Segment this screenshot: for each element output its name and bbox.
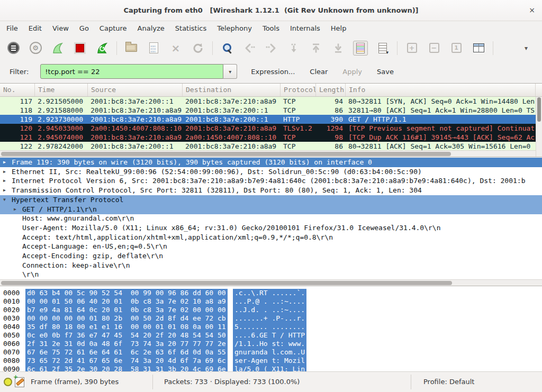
hex-row[interactable]: 007067 6e 75 72 61 6e 64 61 6c 2e 63 6f … (0, 348, 542, 357)
hex-row[interactable]: 004035 df 80 18 00 e1 e1 16 00 00 01 01 … (0, 323, 542, 331)
menu-view[interactable]: View (47, 21, 74, 36)
go-forward-button[interactable] (264, 41, 279, 56)
scrollbar-thumb[interactable] (1, 281, 452, 285)
cell-time: 2.923730000 (35, 115, 88, 124)
column-header-time[interactable]: Time (35, 84, 88, 96)
filter-dropdown-button[interactable]: ▾ (223, 64, 237, 79)
column-header-no[interactable]: No. (0, 84, 35, 96)
detail-row[interactable]: User-Agent: Mozilla/5.0 (X11; Linux x86_… (0, 223, 542, 233)
filter-input[interactable] (40, 64, 223, 79)
detail-row[interactable]: Host: www.gnurandal.com\r\n (0, 214, 542, 223)
zoom-normal-button[interactable]: 1 (449, 41, 464, 56)
detail-row[interactable]: ▶GET / HTTP/1.1\r\n (0, 205, 542, 214)
go-back-button[interactable] (242, 41, 257, 56)
detail-row[interactable]: Accept: text/html,application/xhtml+xml,… (0, 233, 542, 242)
hex-row[interactable]: 008073 65 72 2d 41 67 65 6e 74 3a 20 4d … (0, 357, 542, 365)
capture-restart-button[interactable] (95, 41, 110, 56)
column-header-destination[interactable]: Destination (183, 84, 281, 96)
auto-scroll-button[interactable]: ▾ (375, 41, 390, 56)
menu-analyze[interactable]: Analyze (132, 21, 170, 36)
open-file-button[interactable] (124, 41, 139, 56)
clear-button[interactable]: Clear (309, 68, 329, 76)
packet-row-122[interactable]: 1222.9782420002001:bc8:3a7e:200::12001:b… (0, 142, 536, 151)
detail-row[interactable]: Accept-Language: en-US,en;q=0.5\r\n (0, 242, 542, 251)
detail-row[interactable]: ▶Internet Protocol Version 6, Src: 2001:… (0, 176, 542, 186)
hex-row[interactable]: 00500c e0 0b f7 36 e7 47 45 54 20 2f 20 … (0, 331, 542, 340)
go-to-top-button[interactable] (309, 41, 323, 56)
capture-options-button[interactable]: ⚙ (28, 41, 43, 56)
column-header-info[interactable]: Info (346, 84, 536, 96)
expand-toggle-icon[interactable]: ▶ (3, 158, 6, 167)
colorize-icon (356, 43, 365, 53)
expand-toggle-icon[interactable]: ▶ (3, 176, 6, 186)
scrollbar-thumb[interactable] (537, 97, 541, 122)
menu-internals[interactable]: Internals (285, 21, 326, 36)
hex-ascii: 5....... ........ (233, 323, 306, 331)
zoom-out-icon: − (429, 43, 439, 53)
detail-row[interactable]: Connection: keep-alive\r\n (0, 261, 542, 270)
zoom-out-button[interactable]: − (427, 41, 441, 56)
capture-comment-icon[interactable] (15, 377, 24, 387)
resize-columns-button[interactable] (471, 41, 486, 56)
hex-bytes: 35 df 80 18 00 e1 e1 16 00 00 01 01 08 0… (25, 323, 228, 331)
save-file-button[interactable] (146, 41, 161, 56)
expand-toggle-icon[interactable]: ▶ (14, 205, 16, 214)
toolbar-overflow-button[interactable]: ▾ (519, 41, 534, 56)
cell-length: 98 (316, 133, 346, 142)
detail-row[interactable]: Accept-Encoding: gzip, deflate\r\n (0, 251, 542, 261)
hex-row[interactable]: 003000 00 00 00 00 01 80 2b 00 50 2d 8f … (0, 314, 542, 323)
menu-statistics[interactable]: Statistics (170, 21, 212, 36)
reload-button[interactable] (191, 41, 205, 56)
status-profile[interactable]: Profile: Default (423, 372, 474, 392)
capture-start-button[interactable] (50, 41, 65, 56)
go-to-bottom-button[interactable] (331, 41, 346, 56)
details-horizontal-scrollbar[interactable] (0, 279, 542, 286)
close-file-button[interactable]: × (168, 41, 183, 56)
packet-row-119[interactable]: 1192.9237300002001:bc8:3a7e:210:a8a92001… (0, 115, 536, 124)
expand-toggle-icon[interactable]: ▶ (3, 167, 6, 177)
cell-destination: 2001:bc8:3a7e:200::1 (183, 106, 281, 115)
expand-toggle-icon[interactable]: ▶ (3, 186, 6, 195)
packet-row-118[interactable]: 1182.9215880002001:bc8:3a7e:210:a8a92001… (0, 106, 536, 115)
packet-row-117[interactable]: 1172.9215050002001:bc8:3a7e:200::12001:b… (0, 97, 536, 106)
collapse-toggle-icon[interactable]: ▼ (3, 195, 6, 205)
hex-row[interactable]: 001000 00 01 50 06 40 20 01 0b c8 3a 7e … (0, 297, 542, 306)
menu-help[interactable]: Help (326, 21, 352, 36)
menu-go[interactable]: Go (74, 21, 94, 36)
cell-source: 2001:bc8:3a7e:210:a8a9 (88, 115, 183, 124)
detail-row[interactable]: ▶Ethernet II, Src: RealtekU_99:00:96 (52… (0, 167, 542, 177)
packet-list-horizontal-scrollbar[interactable] (0, 150, 536, 157)
detail-row[interactable]: ▼Hypertext Transfer Protocol (0, 195, 542, 205)
detail-row[interactable]: \r\n (0, 270, 542, 279)
column-header-length[interactable]: Length (316, 84, 346, 96)
scrollbar-thumb[interactable] (1, 152, 451, 156)
capture-stop-button[interactable] (73, 41, 87, 56)
expression-button[interactable]: Expression... (250, 68, 296, 76)
hex-row[interactable]: 0020b7 e9 4a 81 64 0c 20 01 0b c8 3a 7e … (0, 306, 542, 314)
interface-list-button[interactable] (6, 41, 21, 56)
column-header-source[interactable]: Source (88, 84, 183, 96)
zoom-in-button[interactable]: + (404, 41, 419, 56)
menu-edit[interactable]: Edit (23, 21, 47, 36)
menu-file[interactable]: File (1, 21, 23, 36)
packet-row-121[interactable]: 1212.9450740002001:bc8:3a7e:210:a8a92a00… (0, 133, 536, 142)
find-packet-button[interactable] (220, 41, 234, 56)
packet-list-vertical-scrollbar[interactable] (536, 97, 542, 157)
menu-tools[interactable]: Tools (257, 21, 285, 36)
detail-row[interactable]: ▶Frame 119: 390 bytes on wire (3120 bits… (0, 158, 542, 167)
hex-row[interactable]: 0000d0 63 b4 00 5c 90 52 54 00 99 00 96 … (0, 289, 542, 297)
cell-no: 119 (0, 115, 35, 124)
colorize-button[interactable] (353, 41, 368, 56)
hex-row[interactable]: 00602f 31 2e 31 0d 0a 48 6f 73 74 3a 20 … (0, 340, 542, 348)
save-button[interactable]: Save (376, 68, 395, 76)
detail-row[interactable]: ▶Transmission Control Protocol, Src Port… (0, 186, 542, 195)
go-to-packet-button[interactable] (286, 41, 301, 56)
cell-no: 122 (0, 142, 35, 151)
menu-telephony[interactable]: Telephony (212, 21, 257, 36)
expert-info-icon[interactable] (4, 378, 12, 386)
close-window-button[interactable]: × (526, 0, 538, 21)
packet-row-120[interactable]: 1202.9450330002a00:1450:4007:808::102001… (0, 124, 536, 133)
column-header-protocol[interactable]: Protocol (281, 84, 316, 96)
menu-capture[interactable]: Capture (94, 21, 132, 36)
hex-row[interactable]: 00906c 61 2f 35 2e 30 20 28 58 31 31 3b … (0, 365, 542, 371)
